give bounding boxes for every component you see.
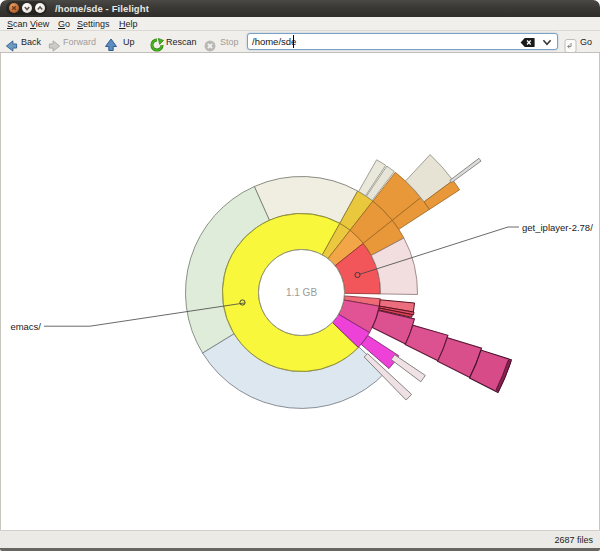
svg-text:1.1 GB: 1.1 GB xyxy=(286,287,317,298)
svg-text:emacs/: emacs/ xyxy=(10,321,41,332)
svg-text:get_iplayer-2.78/: get_iplayer-2.78/ xyxy=(522,222,593,233)
